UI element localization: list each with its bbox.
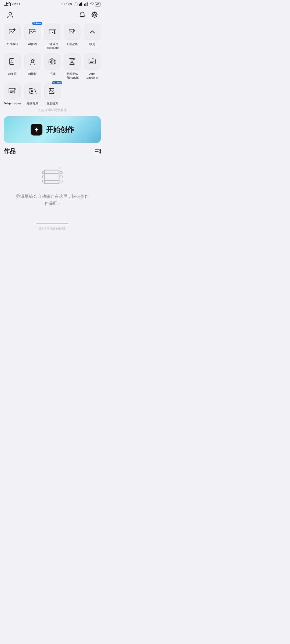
signal-icon [79, 2, 83, 6]
svg-point-8 [93, 14, 96, 16]
profile-button[interactable] [5, 10, 15, 20]
works-title: 作品 [4, 147, 16, 155]
tool-enhance-label: 画质提升 [46, 101, 58, 105]
svg-text:AI: AI [10, 60, 12, 61]
tool-enhance[interactable]: Free HD 画质提升 [44, 83, 61, 105]
svg-rect-3 [84, 4, 85, 6]
tool-remove-bg-label: 移除背景 [27, 101, 38, 105]
tool-ai-model-label: AI模特 [28, 72, 37, 76]
svg-rect-5 [87, 2, 88, 6]
status-time: 上午8:17 [4, 2, 20, 7]
tool-ai-product[interactable]: AI AI商品图 [64, 23, 81, 50]
tool-ai-draw-label: AI作图 [28, 42, 37, 46]
svg-point-29 [51, 61, 52, 63]
svg-point-13 [30, 30, 31, 31]
tool-retouch[interactable]: AI 美颜美体（Retouch） [64, 53, 81, 80]
svg-point-44 [50, 89, 51, 90]
svg-point-18 [55, 29, 56, 30]
home-indicator [36, 223, 68, 224]
tool-collapse-label: 收起 [89, 42, 95, 46]
sort-button[interactable] [95, 149, 101, 154]
create-plus-icon: + [31, 124, 42, 136]
svg-rect-2 [81, 2, 82, 6]
svg-rect-50 [44, 170, 59, 173]
create-label: 开始创作 [46, 125, 74, 134]
svg-rect-55 [60, 171, 62, 174]
svg-rect-56 [60, 176, 62, 178]
network-speed: 81.1K/s [61, 2, 73, 6]
bell-button[interactable] [77, 10, 87, 20]
tool-teleprompter[interactable]: Teleprompter [4, 83, 21, 105]
works-header: 作品 [4, 147, 101, 155]
svg-text:AI: AI [33, 59, 35, 61]
free-badge-ai-draw: Free [32, 22, 42, 25]
free-badge-enhance: Free [52, 81, 62, 84]
tool-camera-label: 拍摄 [49, 72, 55, 76]
tool-pic-edit-label: 图片编辑 [6, 42, 18, 46]
wifi-icon [90, 2, 94, 6]
svg-point-6 [9, 12, 12, 15]
empty-text: 剪辑草稿会自动保存在这里，快去创作作品吧~ [16, 193, 89, 207]
svg-rect-0 [79, 4, 80, 6]
create-button[interactable]: + 开始创作 [4, 116, 101, 143]
tools-row-1: 图片编辑 Free AI AI作图 [4, 23, 101, 50]
svg-rect-16 [49, 30, 55, 31]
svg-rect-1 [80, 3, 81, 6]
tools-row-3: Teleprompter 移除背景 Free [4, 83, 101, 105]
watermark: 图片字幕抠图小耗彩尾 [0, 227, 105, 232]
settings-button[interactable] [90, 10, 99, 20]
tool-ai-draw[interactable]: Free AI AI作图 [24, 23, 41, 50]
tool-pic-edit[interactable]: 图片编辑 [4, 23, 21, 50]
svg-point-20 [70, 30, 71, 31]
empty-state: 剪辑草稿会自动保存在这里，快去创作作品吧~ [4, 163, 101, 217]
tool-camera[interactable]: 拍摄 [44, 53, 61, 80]
bottom-home-indicator [0, 218, 105, 227]
tool-autocut[interactable]: 一键成片（AutoCut） [44, 23, 61, 50]
tool-teleprompter-label: Teleprompter [4, 101, 21, 105]
tool-ai-poster-label: AI海报 [8, 72, 17, 76]
tool-ai-model[interactable]: AI AI模特 [24, 53, 41, 80]
works-section: 作品 剪辑草稿会自动保存在这里，快去创作作品吧~ [0, 147, 105, 217]
top-nav [0, 8, 105, 22]
tool-remove-bg[interactable]: 移除背景 [24, 83, 41, 105]
alarm-icon: 🕐 [74, 2, 78, 6]
tool-auto-captions-label: Auto captions [84, 72, 101, 80]
svg-rect-41 [29, 89, 34, 93]
svg-rect-49 [44, 170, 59, 184]
svg-marker-17 [52, 32, 53, 33]
create-section: + 开始创作 [0, 116, 105, 147]
svg-rect-4 [85, 3, 86, 6]
tool-ai-product-label: AI商品图 [67, 42, 78, 46]
svg-text:AI: AI [73, 59, 75, 60]
battery-level: 43 [96, 3, 99, 6]
tools-section: 图片编辑 Free AI AI作图 [0, 22, 105, 105]
tool-retouch-label: 美颜美体（Retouch） [64, 72, 81, 80]
svg-text:HD: HD [53, 92, 55, 94]
svg-point-32 [71, 60, 73, 62]
tool-auto-captions[interactable]: Auto captions [84, 53, 101, 80]
tools-row-2: AI AI海报 AI AI模特 [4, 53, 101, 80]
svg-text:AI: AI [34, 29, 35, 31]
battery-container: 43 [95, 2, 100, 6]
film-icon [40, 166, 64, 188]
svg-rect-57 [60, 180, 62, 182]
status-right: 81.1K/s 🕐 43 [61, 2, 100, 6]
signal2-icon [84, 2, 89, 6]
tool-ai-poster[interactable]: AI AI海报 [4, 53, 21, 80]
status-bar: 上午8:17 81.1K/s 🕐 43 [0, 0, 105, 8]
drag-hint: 长按拖动可调整顺序 [0, 105, 105, 116]
tool-autocut-label: 一键成片（AutoCut） [44, 42, 61, 50]
nav-right-icons [77, 10, 99, 20]
svg-point-11 [10, 30, 11, 31]
tool-collapse[interactable]: 收起 [84, 23, 101, 50]
svg-point-9 [92, 12, 97, 17]
